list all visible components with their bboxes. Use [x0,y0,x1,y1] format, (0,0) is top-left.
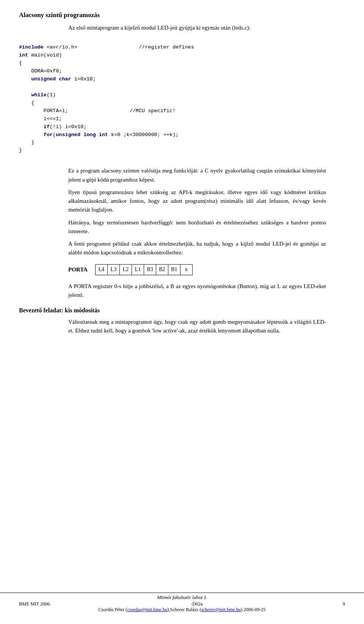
code-line-ddra: DDRA=0xf0; [19,68,62,74]
footer-bottom: BME MIT 2006. -D02a 9 [0,601,364,607]
porta-cell-l2: L2 [119,264,132,275]
porta-cell-b3: B3 [144,264,156,275]
porta-cell-l1: L1 [132,264,144,275]
porta-cell-l3: L3 [107,264,119,275]
footer: Mitmót fakultatív labor I. BME MIT 2006.… [0,593,364,613]
footer-author1-email[interactable]: csordas@mit.bme.hu [127,607,168,612]
code-line-unsigned: unsigned char i=0x10; [19,76,96,82]
section2-title: Bevezető feladat: kis módosítás [19,307,345,314]
footer-authors-end: ) 2006-09-25 [241,607,266,612]
page: Alacsony szintű programozás Az első mint… [0,0,364,624]
code-line-for: for(unsigned long int k=0 ;k<30000000; +… [19,132,179,138]
code-line-main: int main(void) [19,52,62,58]
porta-cell-x: x [180,264,192,275]
code-line-shift: i<<=1; [19,116,62,122]
code-line-if: if(!i) i=0x10; [19,124,86,130]
footer-center: -D02a [191,601,202,607]
porta-cell-l4: L4 [95,264,107,275]
footer-author2-email[interactable]: scherer@mit.bme.hu [201,607,241,612]
paragraph1: Ez a program alacsony szinten valósítja … [68,166,326,184]
porta-label: PORTA [68,267,88,273]
code-line-brace1: { [19,60,22,66]
footer-right: 9 [343,601,345,607]
porta-cell-b1: B1 [168,264,180,275]
porta-cell-b2: B2 [156,264,168,275]
footer-left: BME MIT 2006. [19,601,51,607]
code-line-include: #include <avr/io.h> //register defines [19,44,194,50]
intro-text: Az első mintaprogram a kijelző modul LED… [68,24,326,32]
porta-table: L4 L3 L2 L1 B3 B2 B1 x [95,264,193,275]
porta-table-row: L4 L3 L2 L1 B3 B2 B1 x [95,264,192,275]
paragraph5: A PORTA regiszter 0-s bitje a jobbszélső… [68,282,326,300]
footer-authors-mid: ),Scherer Balázs ( [167,607,201,612]
footer-middle-label: Mitmót fakultatív labor I. [0,594,364,600]
section2-text: Változtassuk meg a mintaprogramot úgy, h… [68,318,326,336]
porta-section: PORTA L4 L3 L2 L1 B3 B2 B1 x [68,264,345,275]
footer-authors-prefix: Csordás Péter ( [98,607,127,612]
section-title: Alacsony szintű programozás [19,11,345,19]
paragraph2: Ilyen típusú programozásra lehet szükség… [68,188,326,215]
paragraph3: Hátránya, hogy természetesen hardverfügg… [68,218,326,236]
paragraph4: A fenti programot például csak akkor ért… [68,240,326,257]
code-line-while: while(1) [19,92,56,98]
code-line-brace3: } [19,140,35,145]
code-block: #include <avr/io.h> //register defines i… [19,36,345,163]
code-line-brace2: { [19,100,35,106]
footer-authors: Csordás Péter (csordas@mit.bme.hu),Scher… [0,607,364,613]
code-line-brace4: } [19,147,22,153]
code-line-porta: PORTA=i; //MCU specific! [19,108,176,114]
